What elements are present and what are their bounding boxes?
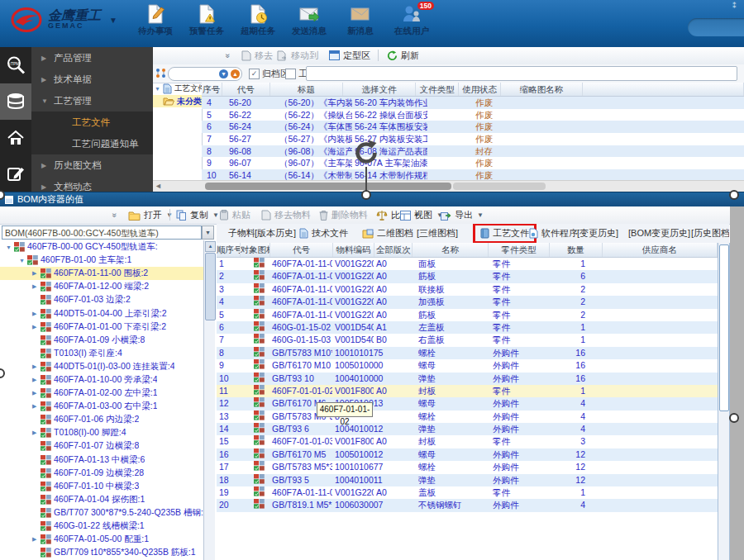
bom-tree-item[interactable]: 460F7A-01-04 探伤图:1 [0,493,203,506]
right-arrow-icon[interactable]: ▶ [32,283,38,290]
bom-tree-item[interactable]: 460F7-01-03 边梁:2 [0,293,203,306]
scrollbar-thumb[interactable] [205,253,216,320]
bom-selector-dropdown-button[interactable]: ▼ [202,225,214,240]
column-header-3[interactable]: 代号 [270,243,333,257]
bom-table-row[interactable]: 2460F7A-01-11-03V001G2200...A0筋板零件6 [217,270,718,282]
column-header-7[interactable]: 缩略图名称 [501,83,584,96]
bom-tree-item[interactable]: T0103(I) 牵引座:4 [0,347,203,360]
sidebar-item-2[interactable]: ▶技术单据 [31,69,153,90]
go-down-button[interactable]: ▼ [219,69,228,78]
bom-table-scrollbar[interactable] [718,243,730,560]
bom-table-row[interactable]: 3460F7A-01-11-04V001G2200...A0联接板零件2 [217,283,718,296]
right-arrow-icon[interactable]: ▶ [32,377,38,383]
column-header-7[interactable]: 零件类型 [489,243,550,257]
bom-window-titlebar[interactable]: BOM内容器的值 [0,192,744,206]
bom-table-row[interactable]: 7460G-01-15-03V001D5402...B0右盖板零件1 [217,334,718,346]
bom-tree-item[interactable]: 460G-01-22 线槽横梁:1 [0,520,203,533]
right-arrow-icon[interactable]: ▶ [32,363,38,370]
category-tree-root[interactable]: ▼工艺文件分类 [153,83,202,95]
right-arrow-icon[interactable]: ▶ [32,270,38,277]
bom-tree-item[interactable]: 460F7-01-07 边横梁:8 [0,439,203,453]
toolbar-button-定型区[interactable]: 定型区 [329,49,370,62]
bom-tree-item[interactable]: GB/T707 300*87*9.5-240-Q235B 槽钢:2 [0,506,203,520]
tab-三维图档[interactable]: [三维图档] [417,226,458,240]
filter-text-input[interactable] [306,66,737,81]
bom-table-row[interactable]: 1460F7A-01-11-01V001G2200...A0面板零件1 [217,258,718,270]
table-row[interactable]: 756-27（56-27）《内装板安装工...56-27 内装板安装工艺.pdf… [202,133,744,145]
bom-tree-item[interactable]: ▶440DT5-01(I)-03-00 连挂装置:4 [0,360,203,373]
bom-table-row[interactable]: 6460G-01-15-02V001D5402...A1左盖板零件1 [217,321,718,334]
selection-handle-5[interactable] [729,413,739,423]
bom-tree-item[interactable]: ▶460F7A-01-02-00 左中梁:1 [0,387,203,400]
archive-area-checkbox[interactable]: ✓归档区 [249,68,289,80]
bom-table-row[interactable]: 9GB/T6170 M101005010000螺母外购件16 [217,359,718,372]
bom-tree-item[interactable]: ▼460F7B-01-00 主车架:1 [0,254,203,267]
tab-版本历史[interactable]: [版本历史] [255,226,296,240]
bom-tree-item[interactable]: 460F7-01-10 中横梁:3 [0,480,203,493]
bom-tree-item[interactable]: ▶440DT5-01-04-00 上牵引梁:2 [0,306,203,320]
scrollbar-thumb[interactable] [205,183,451,190]
bom-toolbar-button-打开[interactable]: 打开▼ [128,208,173,222]
bom-selector-combobox[interactable]: BOM(460F7B-00-00:GCY-450型轨道车) [2,225,202,240]
right-arrow-icon[interactable]: ▶ [32,390,38,396]
scroll-left-arrow-icon[interactable]: ◄ [155,182,162,190]
down-arrow-icon[interactable]: ▼ [6,244,12,250]
table-row[interactable]: 456-20（56-20）《车内装饰作业...56-20 车内装饰作业指导书..… [202,97,744,109]
table-row[interactable]: 996-07（96-07）《主车架油漆施...96-07A 主车架油漆施工工..… [202,157,744,169]
topbar-item-1[interactable]: 待办事项 [136,3,174,37]
bom-table-row[interactable]: 17GB/T5783 M5*301001010677螺栓外购件12 [217,461,718,473]
strip-item-compose[interactable] [0,156,31,192]
column-header-2[interactable]: 代号 [222,83,270,96]
bom-table-row[interactable]: 5460F7A-01-11-05V001G2200...A0筋板零件2 [217,309,718,321]
bom-toolbar-button-视图[interactable]: 视图▼ [400,208,443,222]
tab-历史图档[interactable]: [历史图档] [691,226,729,240]
bom-tree-item[interactable]: ▼460F7B-00-00 GCY-450型轨道车: [0,240,203,254]
right-arrow-icon[interactable]: ▶ [32,403,38,410]
selection-handle-2[interactable] [361,190,371,200]
bom-table-row[interactable]: 11460F7-01-01-02V001F800003A0封板零件1 [217,385,718,397]
tab-变更历史[interactable]: [变更历史] [577,226,618,240]
bom-tree-item[interactable]: 460F7A-01-09 小横梁:8 [0,334,203,347]
bom-table-row[interactable]: 15460F7-01-01-03V001F800004A0封板零件3 [217,435,718,448]
bom-table-row[interactable]: 18GB/T93 51004010011弹垫外购件12 [217,474,718,486]
tab-BOM变更历史[interactable]: [BOM变更历史] [628,226,690,240]
right-arrow-icon[interactable]: ▶ [32,429,38,436]
bom-tree-item[interactable]: ▶460F7A-01-10-00 旁承梁:4 [0,373,203,387]
bom-tree-item[interactable]: ▶T0108(I)-00 脚蹬:4 [0,426,203,439]
bom-table-row[interactable]: 20GB/T819.1 M5*16-S1006030007不锈钢螺钉外购件4 [217,499,718,511]
bom-table-row[interactable]: 16GB/T6170 M51005010012螺母外购件12 [217,448,718,461]
column-header-1[interactable]: 序号 [202,83,222,96]
sidebar-item-4[interactable]: 工艺文件 [31,112,153,133]
column-header-1[interactable]: 顺序号 [217,243,241,257]
bom-tree-item[interactable]: ▶460F7A-01-11-00 围板:2 [0,267,203,280]
sidebar-item-7[interactable]: ▶文档动态 [31,176,153,192]
bom-tree-item[interactable]: ▶460F7A-01-05-00 配重:1 [0,533,203,546]
scrollbar-thumb[interactable] [719,244,729,411]
brand-dropdown-icon[interactable]: ▼ [109,16,117,25]
strip-item-home[interactable] [0,120,31,156]
selection-handle-3[interactable] [729,190,739,200]
bom-table-row[interactable]: 19460F7A-01-11-02V001G2200...A0盖板零件1 [217,486,718,499]
brand-logo[interactable]: 金鹰重工 GEMAC ▼ [10,7,117,33]
right-arrow-icon[interactable]: ▶ [32,536,38,543]
column-header-6[interactable]: 名称 [413,243,489,257]
topbar-item-3[interactable]: 超期任务 [239,3,277,37]
bom-table-row[interactable]: 10GB/T93 101004010000弹垫外购件16 [217,373,718,385]
scroll-up-arrow-icon[interactable]: ▲ [205,241,216,252]
bom-tree-scrollbar[interactable]: ▲ [203,240,215,560]
bom-table-row[interactable]: 12GB/T6170 M61005010013螺母外购件4 [217,397,718,410]
column-header-5[interactable]: 全部版次 [374,243,413,257]
collapse-chevron-icon[interactable]: » [110,213,119,218]
table-row[interactable]: 896-08（96-08）《海运产品表面...96-08 海运产品表面涂蜡防..… [202,145,744,158]
column-header-9[interactable]: 供应商名 [603,243,718,257]
toolbar-button-刷新[interactable]: 刷新 [387,49,419,62]
bom-table-row[interactable]: 8GB/T5783 M10*301001010175螺栓外购件16 [217,347,718,359]
bom-table-row[interactable]: 4460F7A-01-11-05V001G2200...A0加强板零件2 [217,296,718,308]
column-header-3[interactable]: 标题 [270,83,343,96]
column-header-6[interactable]: 使用状态 [459,83,500,96]
table-row[interactable]: 556-22（56-22）《操纵台面板安...56-22 操纵台面板安装工艺..… [202,109,744,121]
bom-tree-item[interactable]: 460F7A-01-13 中横梁:6 [0,453,203,467]
tab-工艺文件[interactable]: 工艺文件 [473,224,537,244]
tab-二维图档[interactable]: 二维图档 [362,226,413,240]
column-header-8[interactable]: 数量 [550,243,603,257]
